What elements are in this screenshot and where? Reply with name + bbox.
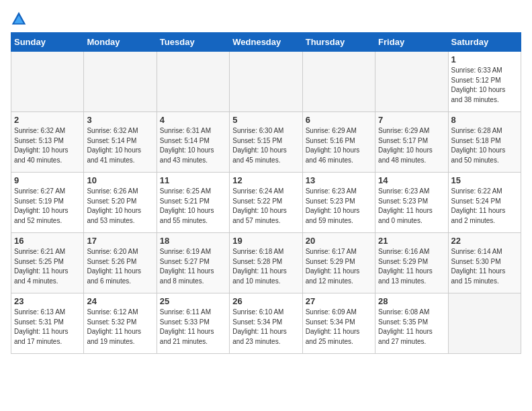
calendar-cell: 5Sunrise: 6:30 AM Sunset: 5:15 PM Daylig… <box>230 112 302 173</box>
calendar-cell: 12Sunrise: 6:24 AM Sunset: 5:22 PM Dayli… <box>230 173 302 233</box>
calendar-week-5: 23Sunrise: 6:13 AM Sunset: 5:31 PM Dayli… <box>11 293 521 354</box>
day-number: 19 <box>232 236 299 246</box>
day-number: 18 <box>160 236 226 246</box>
calendar-cell: 13Sunrise: 6:23 AM Sunset: 5:23 PM Dayli… <box>302 173 375 233</box>
calendar-week-1: 1Sunrise: 6:33 AM Sunset: 5:12 PM Daylig… <box>11 52 521 112</box>
calendar-cell: 17Sunrise: 6:20 AM Sunset: 5:26 PM Dayli… <box>84 233 157 293</box>
calendar-cell <box>302 52 375 112</box>
day-number: 3 <box>87 115 153 125</box>
day-number: 14 <box>378 175 445 185</box>
day-number: 16 <box>14 236 81 246</box>
header-monday: Monday <box>84 33 157 52</box>
day-info: Sunrise: 6:23 AM Sunset: 5:23 PM Dayligh… <box>306 187 372 226</box>
day-number: 20 <box>306 236 372 246</box>
day-number: 21 <box>378 236 445 246</box>
day-info: Sunrise: 6:10 AM Sunset: 5:34 PM Dayligh… <box>232 308 299 347</box>
day-number: 24 <box>87 296 153 306</box>
calendar-cell: 10Sunrise: 6:26 AM Sunset: 5:20 PM Dayli… <box>84 173 157 233</box>
logo <box>11 11 30 27</box>
day-info: Sunrise: 6:08 AM Sunset: 5:35 PM Dayligh… <box>378 308 445 347</box>
calendar-cell: 21Sunrise: 6:16 AM Sunset: 5:29 PM Dayli… <box>375 233 448 293</box>
day-info: Sunrise: 6:29 AM Sunset: 5:17 PM Dayligh… <box>378 126 445 165</box>
day-info: Sunrise: 6:24 AM Sunset: 5:22 PM Dayligh… <box>232 187 299 226</box>
day-info: Sunrise: 6:31 AM Sunset: 5:14 PM Dayligh… <box>160 126 226 165</box>
calendar-cell: 26Sunrise: 6:10 AM Sunset: 5:34 PM Dayli… <box>230 293 302 354</box>
calendar-cell <box>157 52 229 112</box>
day-number: 10 <box>87 175 153 185</box>
day-info: Sunrise: 6:14 AM Sunset: 5:30 PM Dayligh… <box>451 247 518 286</box>
calendar-cell <box>11 52 84 112</box>
calendar-week-2: 2Sunrise: 6:32 AM Sunset: 5:13 PM Daylig… <box>11 112 521 173</box>
calendar-header-row: SundayMondayTuesdayWednesdayThursdayFrid… <box>11 33 521 52</box>
day-number: 23 <box>14 296 81 306</box>
day-number: 27 <box>306 296 372 306</box>
day-number: 7 <box>378 115 445 125</box>
day-number: 13 <box>306 175 372 185</box>
day-info: Sunrise: 6:19 AM Sunset: 5:27 PM Dayligh… <box>160 247 226 286</box>
calendar-cell: 22Sunrise: 6:14 AM Sunset: 5:30 PM Dayli… <box>448 233 521 293</box>
logo-icon <box>11 11 27 27</box>
day-info: Sunrise: 6:30 AM Sunset: 5:15 PM Dayligh… <box>232 126 299 165</box>
calendar-cell <box>230 52 302 112</box>
calendar-cell: 24Sunrise: 6:12 AM Sunset: 5:32 PM Dayli… <box>84 293 157 354</box>
calendar-cell: 8Sunrise: 6:28 AM Sunset: 5:18 PM Daylig… <box>448 112 521 173</box>
day-info: Sunrise: 6:32 AM Sunset: 5:14 PM Dayligh… <box>87 126 153 165</box>
calendar-cell: 15Sunrise: 6:22 AM Sunset: 5:24 PM Dayli… <box>448 173 521 233</box>
day-info: Sunrise: 6:25 AM Sunset: 5:21 PM Dayligh… <box>160 187 226 226</box>
day-number: 8 <box>451 115 518 125</box>
day-number: 6 <box>306 115 372 125</box>
day-number: 15 <box>451 175 518 185</box>
day-info: Sunrise: 6:11 AM Sunset: 5:33 PM Dayligh… <box>160 308 226 347</box>
day-info: Sunrise: 6:18 AM Sunset: 5:28 PM Dayligh… <box>232 247 299 286</box>
page-header <box>11 11 521 27</box>
calendar-cell <box>84 52 157 112</box>
day-info: Sunrise: 6:28 AM Sunset: 5:18 PM Dayligh… <box>451 126 518 165</box>
header-tuesday: Tuesday <box>157 33 229 52</box>
day-info: Sunrise: 6:27 AM Sunset: 5:19 PM Dayligh… <box>14 187 81 226</box>
header-sunday: Sunday <box>11 33 84 52</box>
calendar-cell: 23Sunrise: 6:13 AM Sunset: 5:31 PM Dayli… <box>11 293 84 354</box>
day-number: 17 <box>87 236 153 246</box>
day-info: Sunrise: 6:22 AM Sunset: 5:24 PM Dayligh… <box>451 187 518 226</box>
header-friday: Friday <box>375 33 448 52</box>
calendar-cell: 16Sunrise: 6:21 AM Sunset: 5:25 PM Dayli… <box>11 233 84 293</box>
calendar-cell: 25Sunrise: 6:11 AM Sunset: 5:33 PM Dayli… <box>157 293 229 354</box>
day-info: Sunrise: 6:16 AM Sunset: 5:29 PM Dayligh… <box>378 247 445 286</box>
day-number: 25 <box>160 296 226 306</box>
calendar-cell: 3Sunrise: 6:32 AM Sunset: 5:14 PM Daylig… <box>84 112 157 173</box>
calendar-cell: 1Sunrise: 6:33 AM Sunset: 5:12 PM Daylig… <box>448 52 521 112</box>
day-info: Sunrise: 6:13 AM Sunset: 5:31 PM Dayligh… <box>14 308 81 347</box>
calendar-cell: 27Sunrise: 6:09 AM Sunset: 5:34 PM Dayli… <box>302 293 375 354</box>
header-saturday: Saturday <box>448 33 521 52</box>
calendar-cell <box>375 52 448 112</box>
day-info: Sunrise: 6:33 AM Sunset: 5:12 PM Dayligh… <box>451 66 518 105</box>
day-number: 5 <box>232 115 299 125</box>
day-info: Sunrise: 6:23 AM Sunset: 5:23 PM Dayligh… <box>378 187 445 226</box>
calendar-cell: 14Sunrise: 6:23 AM Sunset: 5:23 PM Dayli… <box>375 173 448 233</box>
calendar-cell: 4Sunrise: 6:31 AM Sunset: 5:14 PM Daylig… <box>157 112 229 173</box>
day-info: Sunrise: 6:21 AM Sunset: 5:25 PM Dayligh… <box>14 247 81 286</box>
day-number: 12 <box>232 175 299 185</box>
header-thursday: Thursday <box>302 33 375 52</box>
day-number: 28 <box>378 296 445 306</box>
day-info: Sunrise: 6:12 AM Sunset: 5:32 PM Dayligh… <box>87 308 153 347</box>
calendar-cell: 28Sunrise: 6:08 AM Sunset: 5:35 PM Dayli… <box>375 293 448 354</box>
calendar-cell: 2Sunrise: 6:32 AM Sunset: 5:13 PM Daylig… <box>11 112 84 173</box>
day-number: 1 <box>451 54 518 64</box>
calendar-cell: 11Sunrise: 6:25 AM Sunset: 5:21 PM Dayli… <box>157 173 229 233</box>
calendar-week-4: 16Sunrise: 6:21 AM Sunset: 5:25 PM Dayli… <box>11 233 521 293</box>
day-number: 4 <box>160 115 226 125</box>
day-info: Sunrise: 6:29 AM Sunset: 5:16 PM Dayligh… <box>306 126 372 165</box>
calendar-cell: 6Sunrise: 6:29 AM Sunset: 5:16 PM Daylig… <box>302 112 375 173</box>
day-number: 9 <box>14 175 81 185</box>
calendar-cell: 18Sunrise: 6:19 AM Sunset: 5:27 PM Dayli… <box>157 233 229 293</box>
day-number: 2 <box>14 115 81 125</box>
day-info: Sunrise: 6:17 AM Sunset: 5:29 PM Dayligh… <box>306 247 372 286</box>
day-number: 11 <box>160 175 226 185</box>
calendar-cell: 20Sunrise: 6:17 AM Sunset: 5:29 PM Dayli… <box>302 233 375 293</box>
calendar-cell: 7Sunrise: 6:29 AM Sunset: 5:17 PM Daylig… <box>375 112 448 173</box>
day-info: Sunrise: 6:20 AM Sunset: 5:26 PM Dayligh… <box>87 247 153 286</box>
calendar-cell: 9Sunrise: 6:27 AM Sunset: 5:19 PM Daylig… <box>11 173 84 233</box>
day-info: Sunrise: 6:09 AM Sunset: 5:34 PM Dayligh… <box>306 308 372 347</box>
day-info: Sunrise: 6:32 AM Sunset: 5:13 PM Dayligh… <box>14 126 81 165</box>
